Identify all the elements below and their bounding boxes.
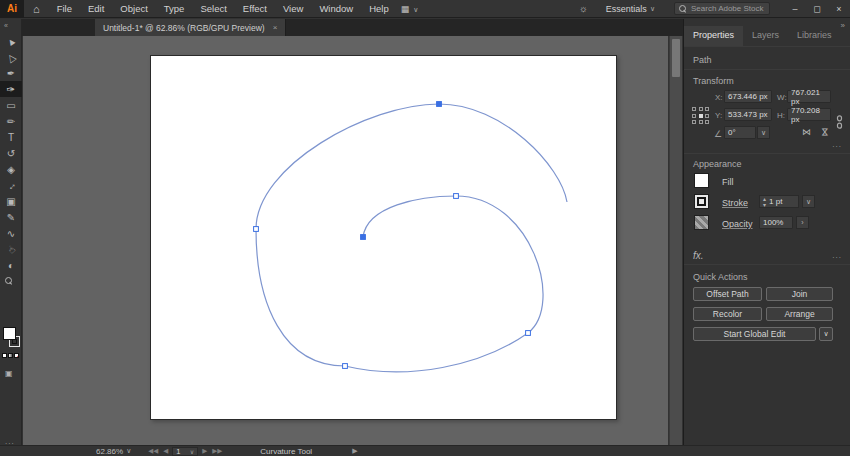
reference-point-dot[interactable] <box>699 114 703 118</box>
prev-artboard-icon[interactable]: ◀ <box>163 447 168 455</box>
flip-vertical-icon[interactable]: ⋈ <box>820 128 830 137</box>
offset-path-button[interactable]: Offset Path <box>693 287 762 301</box>
zoom-tool[interactable] <box>0 273 22 289</box>
anchor-point[interactable] <box>254 227 259 232</box>
app-logo[interactable]: Ai <box>0 0 24 18</box>
rectangle-tool[interactable]: ▭ <box>0 97 22 113</box>
transform-more-options-icon[interactable]: ... <box>832 140 842 149</box>
reference-point-dot[interactable] <box>699 120 703 124</box>
panel-tab-layers[interactable]: Layers <box>743 26 788 46</box>
reference-point-dot[interactable] <box>699 107 703 111</box>
y-input[interactable]: 533.473 px <box>724 108 772 121</box>
scrollbar-thumb[interactable] <box>672 39 680 77</box>
stroke-weight-stepper[interactable]: ▴▾ 1 pt <box>759 195 799 208</box>
opacity-options-chevron[interactable]: › <box>796 216 809 229</box>
start-global-edit-button[interactable]: Start Global Edit <box>693 327 816 341</box>
none-swatch[interactable] <box>14 353 19 358</box>
home-icon[interactable]: ⌂ <box>24 3 49 15</box>
rotate-dropdown-chevron[interactable]: ∨ <box>757 126 770 139</box>
fill-color-proxy[interactable] <box>3 327 16 340</box>
gradient-swatch[interactable] <box>8 353 13 358</box>
reference-point-dot[interactable] <box>705 107 709 111</box>
constrain-proportions-icon[interactable] <box>834 115 845 131</box>
h-input[interactable]: 770.208 px <box>787 108 831 121</box>
anchor-point-selected[interactable] <box>437 102 442 107</box>
w-input[interactable]: 767.021 px <box>787 90 831 103</box>
anchor-point[interactable] <box>454 194 459 199</box>
menu-edit[interactable]: Edit <box>80 0 112 18</box>
first-artboard-icon[interactable]: ◀◀ <box>148 447 158 455</box>
rotate-tool[interactable]: ↺ <box>0 145 22 161</box>
panel-tab-properties[interactable]: Properties <box>684 26 743 46</box>
status-expand-icon[interactable]: ▶ <box>352 447 357 455</box>
opacity-link[interactable]: Opacity <box>722 219 753 229</box>
document-tab[interactable]: Untitled-1* @ 62.86% (RGB/GPU Preview) × <box>95 19 286 36</box>
pencil-tool[interactable]: ✏ <box>0 113 22 129</box>
color-swatch[interactable] <box>2 353 7 358</box>
last-artboard-icon[interactable]: ▶▶ <box>212 447 222 455</box>
tab-close-icon[interactable]: × <box>273 23 278 32</box>
reference-point-dot[interactable] <box>705 114 709 118</box>
opacity-swatch[interactable] <box>694 215 709 230</box>
appearance-more-options-icon[interactable]: ... <box>832 251 842 260</box>
stepper-arrows-icon[interactable]: ▴▾ <box>763 196 766 208</box>
menu-object[interactable]: Object <box>112 0 155 18</box>
artboard-tool[interactable]: ▣ <box>0 193 22 209</box>
selection-tool[interactable]: ▲ <box>0 33 22 49</box>
menu-type[interactable]: Type <box>156 0 193 18</box>
stroke-weight-dropdown-chevron[interactable]: ∨ <box>802 195 815 208</box>
rotate-view-tool[interactable]: ◐ <box>0 257 22 273</box>
menu-view[interactable]: View <box>275 0 311 18</box>
artboard-navigation-field[interactable]: 1 ∨ <box>172 447 198 456</box>
workspace-switcher[interactable]: Essentials ∨ <box>606 4 658 14</box>
draw-mode-icon[interactable]: ▣ <box>5 369 13 378</box>
reference-point-dot[interactable] <box>705 120 709 124</box>
close-button[interactable]: × <box>828 0 850 18</box>
shape-builder-tool[interactable]: ◈ <box>0 161 22 177</box>
eyedropper-tool[interactable]: ✎ <box>0 209 22 225</box>
zoom-dropdown-chevron[interactable]: ∨ <box>126 447 131 455</box>
stroke-link[interactable]: Stroke <box>722 198 748 208</box>
restore-button[interactable]: ◻ <box>806 0 828 18</box>
vertical-scrollbar[interactable] <box>669 36 682 445</box>
reference-point-locator[interactable] <box>692 107 711 126</box>
global-edit-dropdown-chevron[interactable]: ∨ <box>819 327 833 341</box>
discover-lightbulb-icon[interactable]: ☼ <box>579 3 588 14</box>
recolor-button[interactable]: Recolor <box>693 307 762 321</box>
spiral-curve[interactable] <box>256 104 567 372</box>
toolbar-collapse-icon[interactable]: « <box>4 22 8 29</box>
join-button[interactable]: Join <box>766 287 833 301</box>
curvature-tool[interactable]: ✑ <box>0 81 22 97</box>
direct-selection-tool[interactable]: △ <box>0 49 22 65</box>
menu-select[interactable]: Select <box>192 0 234 18</box>
workspace-grid-icon[interactable]: ▦∨ <box>401 4 423 14</box>
next-artboard-icon[interactable]: ▶ <box>202 447 207 455</box>
menu-effect[interactable]: Effect <box>235 0 275 18</box>
effects-fx-icon[interactable]: fx. <box>693 250 704 261</box>
fill-swatch[interactable] <box>694 173 709 188</box>
flip-horizontal-icon[interactable]: ⋈ <box>802 127 811 137</box>
canvas-pasteboard[interactable] <box>23 36 668 445</box>
arrange-button[interactable]: Arrange <box>766 307 833 321</box>
pen-tool[interactable]: ✒ <box>0 65 22 81</box>
menu-help[interactable]: Help <box>361 0 397 18</box>
stroke-swatch[interactable] <box>694 194 709 209</box>
anchor-point-selected[interactable] <box>361 235 366 240</box>
panel-tab-libraries[interactable]: Libraries <box>788 26 841 46</box>
anchor-point[interactable] <box>526 331 531 336</box>
spiral-path[interactable] <box>23 36 668 445</box>
opacity-input[interactable]: 100% <box>759 216 793 229</box>
rotate-input[interactable]: 0° <box>724 126 756 139</box>
type-tool[interactable]: T <box>0 129 22 145</box>
minimize-button[interactable]: – <box>784 0 806 18</box>
menu-window[interactable]: Window <box>311 0 361 18</box>
reference-point-dot[interactable] <box>692 107 696 111</box>
reference-point-dot[interactable] <box>692 114 696 118</box>
reference-point-dot[interactable] <box>692 120 696 124</box>
zoom-level-value[interactable]: 62.86% <box>96 447 123 456</box>
scale-tool[interactable]: ↔ <box>0 177 22 193</box>
x-input[interactable]: 673.446 px <box>724 90 772 103</box>
artboard-dropdown-chevron[interactable]: ∨ <box>190 448 194 455</box>
menu-file[interactable]: File <box>49 0 80 18</box>
anchor-point[interactable] <box>343 364 348 369</box>
